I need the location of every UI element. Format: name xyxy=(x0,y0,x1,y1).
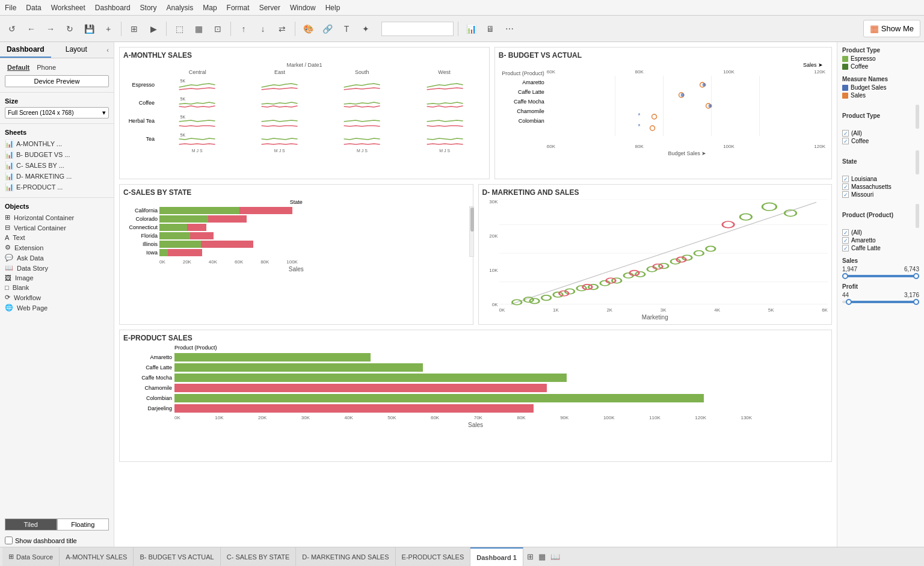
menu-worksheet[interactable]: Worksheet xyxy=(51,4,85,12)
tab-c-sales[interactable]: C- SALES BY STATE xyxy=(221,547,297,566)
new-story-icon[interactable]: 📖 xyxy=(549,551,561,562)
toolbar-sort-desc[interactable]: ↓ xyxy=(254,20,271,37)
show-me-button[interactable]: ▦ Show Me xyxy=(863,20,920,37)
toolbar-bar[interactable]: ▦ xyxy=(190,20,207,37)
toolbar-layout[interactable]: ⊞ xyxy=(126,20,143,37)
toolbar-screen[interactable]: 🖥 xyxy=(482,20,499,37)
toolbar-swap[interactable]: ⇄ xyxy=(274,20,291,37)
device-default[interactable]: Default xyxy=(5,63,32,72)
sheet-item-a[interactable]: 📊 A-MONTHLY ... xyxy=(5,138,109,149)
object-data-story[interactable]: 📖 Data Story xyxy=(5,263,109,273)
floating-button[interactable]: Floating xyxy=(57,518,109,531)
product-scrollbar[interactable] xyxy=(916,204,919,228)
toolbar-star[interactable]: ✦ xyxy=(357,20,374,37)
tab-d-marketing[interactable]: D- MARKETING AND SALES xyxy=(296,547,395,566)
sales-min-val: 1,947 xyxy=(842,266,857,272)
toolbar-play[interactable]: ▶ xyxy=(145,20,162,37)
sheet-item-d[interactable]: 📊 D- MARKETING ... xyxy=(5,171,109,182)
toolbar-label[interactable]: T xyxy=(338,20,355,37)
state-scrollbar[interactable] xyxy=(916,150,919,174)
pt-all-check[interactable]: ✓ xyxy=(842,130,849,137)
toolbar-sort-asc[interactable]: ↑ xyxy=(235,20,252,37)
object-workflow[interactable]: ⟳ Workflow xyxy=(5,292,109,303)
product-caffe-latte-check[interactable]: ✓ xyxy=(842,245,849,251)
toolbar-select[interactable]: ⬚ xyxy=(171,20,188,37)
tab-dashboard1[interactable]: Dashboard 1 xyxy=(470,547,523,566)
object-image[interactable]: 🖼 Image xyxy=(5,273,109,283)
product-caffe-latte[interactable]: ✓ Caffe Latte xyxy=(842,245,919,251)
product-amaretto[interactable]: ✓ Amaretto xyxy=(842,237,919,244)
toolbar-forward[interactable]: → xyxy=(42,20,59,37)
pt-scrollbar[interactable] xyxy=(916,105,919,129)
profit-slider-right-thumb[interactable] xyxy=(913,299,919,305)
device-preview-button[interactable]: Device Preview xyxy=(5,75,109,87)
menu-story[interactable]: Story xyxy=(140,4,157,12)
tiled-button[interactable]: Tiled xyxy=(5,518,57,531)
sheet-item-b[interactable]: 📊 B- BUDGET VS ... xyxy=(5,149,109,160)
state-louisiana[interactable]: ✓ Louisiana xyxy=(842,176,919,182)
menu-window[interactable]: Window xyxy=(290,4,316,12)
menu-map[interactable]: Map xyxy=(203,4,217,12)
show-title-checkbox[interactable] xyxy=(5,537,13,544)
toolbar-dropdown[interactable] xyxy=(381,22,454,36)
louisiana-check[interactable]: ✓ xyxy=(842,176,849,182)
profit-slider-left-thumb[interactable] xyxy=(846,299,852,305)
object-vertical-container[interactable]: ⊟ Vertical Container xyxy=(5,223,109,233)
sales-slider[interactable] xyxy=(842,275,919,277)
menu-data[interactable]: Data xyxy=(26,4,41,12)
pt-filter-coffee[interactable]: ✓ Coffee xyxy=(842,138,919,144)
new-sheet-icon[interactable]: ⊞ xyxy=(526,551,535,562)
toolbar-back[interactable]: ← xyxy=(23,20,40,37)
object-extension[interactable]: ⚙ Extension xyxy=(5,242,109,253)
menu-analysis[interactable]: Analysis xyxy=(167,4,194,12)
profit-slider[interactable] xyxy=(842,301,919,303)
menu-format[interactable]: Format xyxy=(227,4,250,12)
object-blank[interactable]: □ Blank xyxy=(5,283,109,292)
bar-connecticut-track xyxy=(159,224,298,231)
panel-collapse-btn[interactable]: ‹ xyxy=(102,42,114,58)
product-amaretto-check[interactable]: ✓ xyxy=(842,237,849,244)
tab-a-monthly[interactable]: A-MONTHLY SALES xyxy=(60,547,134,566)
menu-dashboard[interactable]: Dashboard xyxy=(95,4,131,12)
object-web-page[interactable]: 🌐 Web Page xyxy=(5,303,109,313)
product-all[interactable]: ✓ (All) xyxy=(842,229,919,236)
b-amaretto: Amaretto xyxy=(499,78,547,87)
toolbar-new[interactable]: + xyxy=(100,20,117,37)
menu-file[interactable]: File xyxy=(5,4,16,12)
state-massachusetts[interactable]: ✓ Massachusetts xyxy=(842,183,919,190)
label-connecticut: Connecticut xyxy=(122,224,159,230)
sales-slider-right-thumb[interactable] xyxy=(913,273,919,279)
device-phone[interactable]: Phone xyxy=(34,63,58,72)
toolbar-link[interactable]: 🔗 xyxy=(319,20,336,37)
sheet-item-e[interactable]: 📊 E-PRODUCT ... xyxy=(5,182,109,192)
tab-e-product[interactable]: E-PRODUCT SALES xyxy=(396,547,471,566)
missouri-check[interactable]: ✓ xyxy=(842,191,849,198)
menu-server[interactable]: Server xyxy=(259,4,280,12)
object-text[interactable]: A Text xyxy=(5,233,109,242)
massachusetts-check[interactable]: ✓ xyxy=(842,183,849,190)
new-dashboard-icon[interactable]: ▦ xyxy=(537,551,547,562)
c-scrollbar[interactable] xyxy=(469,206,474,257)
object-ask-data[interactable]: 💬 Ask Data xyxy=(5,253,109,263)
menu-help[interactable]: Help xyxy=(325,4,340,12)
size-select[interactable]: Full Screen (1024 x 768) ▾ xyxy=(5,107,109,118)
toolbar-undo[interactable]: ↺ xyxy=(4,20,20,37)
toolbar-chart[interactable]: 📊 xyxy=(463,20,479,37)
object-horizontal-container[interactable]: ⊞ Horizontal Container xyxy=(5,212,109,223)
toolbar-color[interactable]: 🎨 xyxy=(300,20,316,37)
bar-iowa-track xyxy=(159,249,298,256)
product-all-check[interactable]: ✓ xyxy=(842,229,849,236)
sheet-item-c[interactable]: 📊 C- SALES BY ... xyxy=(5,160,109,171)
toolbar-share[interactable]: ⋯ xyxy=(501,20,518,37)
pt-coffee-check[interactable]: ✓ xyxy=(842,138,849,144)
state-missouri[interactable]: ✓ Missouri xyxy=(842,191,919,198)
tab-data-source[interactable]: ⊞ Data Source xyxy=(2,547,60,566)
tab-dashboard[interactable]: Dashboard xyxy=(0,42,51,58)
toolbar-filter[interactable]: ⊡ xyxy=(209,20,226,37)
tab-b-budget[interactable]: B- BUDGET VS ACTUAL xyxy=(134,547,220,566)
toolbar-save[interactable]: 💾 xyxy=(81,20,97,37)
pt-filter-all[interactable]: ✓ (All) xyxy=(842,130,919,137)
tab-layout[interactable]: Layout xyxy=(51,42,102,58)
sales-slider-left-thumb[interactable] xyxy=(842,273,848,279)
toolbar-refresh[interactable]: ↻ xyxy=(61,20,78,37)
